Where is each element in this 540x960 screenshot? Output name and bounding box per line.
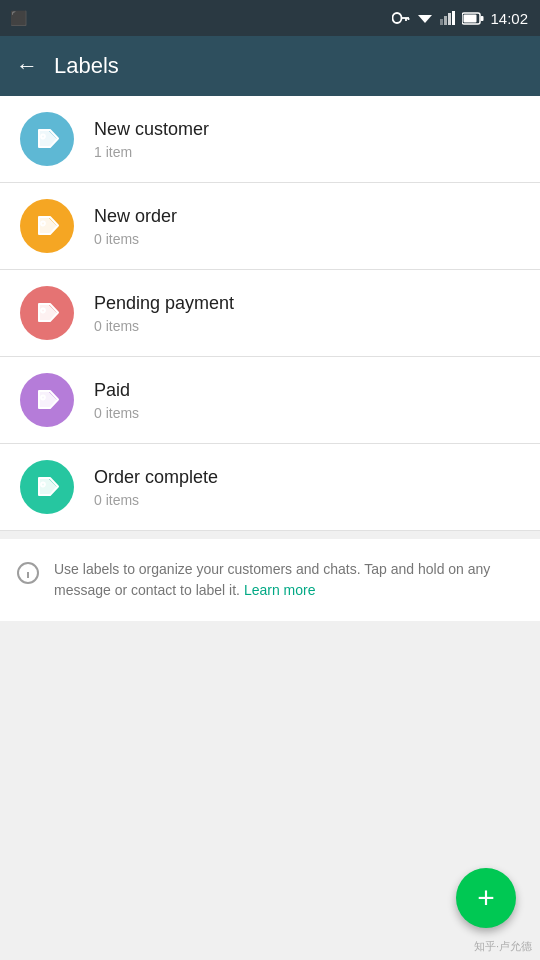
label-name-paid: Paid xyxy=(94,380,139,401)
key-icon xyxy=(392,11,410,25)
back-button[interactable]: ← xyxy=(16,53,38,79)
label-item-new-order[interactable]: New order 0 items xyxy=(0,183,540,270)
svg-rect-7 xyxy=(448,13,451,25)
tag-icon xyxy=(33,299,61,327)
svg-rect-11 xyxy=(481,16,484,21)
label-icon-new-order xyxy=(20,199,74,253)
battery-icon xyxy=(462,12,484,25)
label-item-pending-payment[interactable]: Pending payment 0 items xyxy=(0,270,540,357)
status-icons: 14:02 xyxy=(392,10,528,27)
label-count-new-order: 0 items xyxy=(94,231,177,247)
svg-rect-6 xyxy=(444,16,447,25)
label-icon-pending-payment xyxy=(20,286,74,340)
info-section: Use labels to organize your customers an… xyxy=(0,539,540,621)
label-name-order-complete: Order complete xyxy=(94,467,218,488)
wifi-icon xyxy=(416,11,434,25)
svg-rect-10 xyxy=(464,14,477,22)
svg-rect-5 xyxy=(440,19,443,25)
label-item-order-complete[interactable]: Order complete 0 items xyxy=(0,444,540,531)
label-item-paid[interactable]: Paid 0 items xyxy=(0,357,540,444)
label-count-new-customer: 1 item xyxy=(94,144,209,160)
tag-icon xyxy=(33,212,61,240)
status-bar: ⬛ 14:02 xyxy=(0,0,540,36)
label-text-paid: Paid 0 items xyxy=(94,380,139,421)
signal-icon xyxy=(440,11,456,25)
label-text-new-order: New order 0 items xyxy=(94,206,177,247)
label-icon-order-complete xyxy=(20,460,74,514)
add-label-button[interactable]: + xyxy=(456,868,516,928)
info-text: Use labels to organize your customers an… xyxy=(54,559,520,601)
tag-icon xyxy=(33,386,61,414)
watermark: 知乎·卢允德 xyxy=(474,939,532,954)
app-header: ← Labels xyxy=(0,36,540,96)
status-time: 14:02 xyxy=(490,10,528,27)
learn-more-link[interactable]: Learn more xyxy=(244,582,316,598)
label-item-new-customer[interactable]: New customer 1 item xyxy=(0,96,540,183)
label-count-paid: 0 items xyxy=(94,405,139,421)
label-text-pending-payment: Pending payment 0 items xyxy=(94,293,234,334)
tag-icon xyxy=(33,125,61,153)
label-name-new-order: New order xyxy=(94,206,177,227)
svg-point-0 xyxy=(393,13,402,23)
label-icon-new-customer xyxy=(20,112,74,166)
label-count-pending-payment: 0 items xyxy=(94,318,234,334)
label-name-pending-payment: Pending payment xyxy=(94,293,234,314)
page-title: Labels xyxy=(54,53,119,79)
svg-marker-4 xyxy=(418,15,432,23)
label-text-order-complete: Order complete 0 items xyxy=(94,467,218,508)
label-name-new-customer: New customer xyxy=(94,119,209,140)
info-icon xyxy=(16,561,40,585)
label-text-new-customer: New customer 1 item xyxy=(94,119,209,160)
tag-icon xyxy=(33,473,61,501)
photo-icon: ⬛ xyxy=(10,10,27,26)
status-bar-left: ⬛ xyxy=(10,0,27,36)
label-count-order-complete: 0 items xyxy=(94,492,218,508)
svg-rect-8 xyxy=(452,11,455,25)
label-icon-paid xyxy=(20,373,74,427)
labels-list: New customer 1 item New order 0 items Pe… xyxy=(0,96,540,531)
